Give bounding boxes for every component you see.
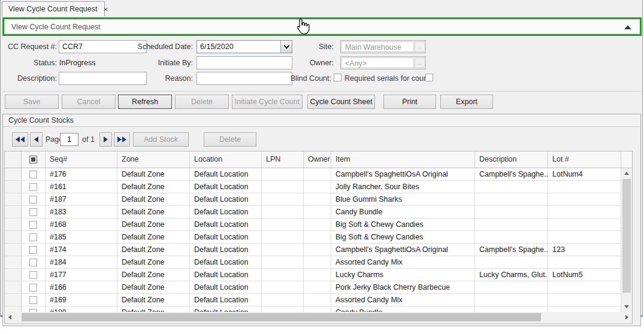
pager-page-input[interactable] <box>60 133 78 146</box>
hand-cursor-icon <box>296 18 310 37</box>
col-header-lot[interactable]: Lot # <box>548 151 621 168</box>
cell-lot <box>548 281 621 294</box>
cell-zone: Default Zone <box>117 269 190 281</box>
row-header-cell <box>5 206 22 218</box>
table-row[interactable]: #184Default ZoneDefault LocationAssorted… <box>5 256 621 269</box>
cell-lot: LotNum5 <box>548 269 621 281</box>
vertical-scrollbar[interactable] <box>621 168 632 312</box>
horizontal-scrollbar-thumb[interactable] <box>22 313 541 321</box>
cell-description: Campbell's Spaghe... <box>475 168 548 181</box>
cell-lpn <box>262 294 304 306</box>
row-checkbox[interactable] <box>29 284 37 292</box>
reason-label: Reason: <box>126 74 193 83</box>
grid-corner-cell <box>5 151 22 168</box>
row-checkbox[interactable] <box>29 171 37 178</box>
cell-lpn <box>262 193 304 206</box>
select-all-checkbox[interactable] <box>29 156 37 163</box>
cell-item: Blue Gummi Sharks <box>331 193 475 206</box>
horizontal-scrollbar[interactable] <box>5 312 632 323</box>
cell-item: Campbell's SpaghettiOsA Original <box>331 168 475 181</box>
cell-description <box>475 306 548 312</box>
scheduled-date-combo[interactable]: 6/15/2020 <box>196 40 292 53</box>
toolbar-cycle-count-sheet-button[interactable]: Cycle Count Sheet <box>307 95 375 109</box>
table-row[interactable]: #161Default ZoneDefault LocationJolly Ra… <box>5 181 621 193</box>
row-checkbox[interactable] <box>29 259 37 266</box>
tab-view-cycle-count-request[interactable]: View Cycle Count Request × <box>2 1 105 16</box>
col-header-location[interactable]: Location <box>190 151 262 168</box>
row-checkbox[interactable] <box>29 183 37 191</box>
cycle-count-stocks-title: Cycle Count Stocks <box>2 114 641 127</box>
scroll-right-icon[interactable] <box>625 315 628 320</box>
pager-next-button[interactable] <box>99 132 112 147</box>
cell-zone: Default Zone <box>117 244 190 256</box>
table-row[interactable]: #183Default ZoneDefault LocationCandy Bu… <box>5 206 621 218</box>
cell-item: Candy Bundle <box>331 306 475 312</box>
table-row[interactable]: #180Default ZoneDefault LocationCandy Bu… <box>5 306 621 312</box>
grid-body: #176Default ZoneDefault LocationCampbell… <box>5 168 621 312</box>
stocks-delete-button: Delete <box>204 132 256 147</box>
pager-last-button[interactable] <box>114 132 130 147</box>
table-row[interactable]: #166Default ZoneDefault LocationPork Jer… <box>5 281 621 294</box>
cell-zone: Default Zone <box>117 168 190 181</box>
col-header-seq[interactable]: Seq# <box>46 151 117 168</box>
cell-location: Default Location <box>190 294 262 306</box>
row-checkbox-cell <box>22 218 46 231</box>
col-header-lpn[interactable]: LPN <box>262 151 304 168</box>
row-header-cell <box>5 181 22 193</box>
table-row[interactable]: #176Default ZoneDefault LocationCampbell… <box>5 168 621 181</box>
cell-seq: #166 <box>46 281 117 294</box>
pager-first-button[interactable] <box>12 132 28 147</box>
cell-zone: Default Zone <box>117 193 190 206</box>
toolbar-refresh-button[interactable]: Refresh <box>118 95 172 109</box>
stocks-add-stock-button: Add Stock <box>133 132 189 147</box>
row-checkbox[interactable] <box>29 233 37 241</box>
site-browse-button[interactable]: ... <box>415 41 425 52</box>
table-row[interactable]: #168Default ZoneDefault LocationBig Soft… <box>5 218 621 231</box>
cell-lpn <box>262 281 304 294</box>
cc-request-label: CC Request #: <box>5 42 57 51</box>
request-panel-header[interactable]: View Cycle Count Request <box>2 17 642 36</box>
cell-lpn <box>262 256 304 269</box>
cell-lot <box>548 294 621 306</box>
cell-owner <box>304 168 331 181</box>
initiate-by-input[interactable] <box>196 56 292 69</box>
row-checkbox-cell <box>22 294 46 306</box>
row-checkbox[interactable] <box>29 296 37 304</box>
collapse-arrow-icon[interactable] <box>624 25 631 29</box>
table-row[interactable]: #177Default ZoneDefault LocationLucky Ch… <box>5 269 621 281</box>
blind-count-checkbox[interactable] <box>334 74 341 81</box>
col-header-owner[interactable]: Owner <box>304 151 331 168</box>
col-header-zone[interactable]: Zone <box>117 151 190 168</box>
table-row[interactable]: #187Default ZoneDefault LocationBlue Gum… <box>5 193 621 206</box>
owner-lookup: <Any> ... <box>340 56 426 69</box>
col-header-item[interactable]: Item <box>331 151 475 168</box>
required-serials-checkbox[interactable] <box>425 74 433 81</box>
cell-zone: Default Zone <box>117 256 190 269</box>
col-header-description[interactable]: Description <box>475 151 548 168</box>
vertical-scrollbar-thumb[interactable] <box>622 179 631 293</box>
toolbar-print-button[interactable]: Print <box>383 95 436 109</box>
table-row[interactable]: #174Default ZoneDefault LocationCampbell… <box>5 244 621 256</box>
cell-lpn <box>262 231 304 244</box>
pager-prev-button[interactable] <box>30 132 43 147</box>
row-checkbox[interactable] <box>29 246 37 254</box>
cell-description: Campbell's Spaghe... <box>475 244 548 256</box>
row-checkbox[interactable] <box>29 221 37 229</box>
owner-browse-button[interactable]: ... <box>415 57 425 68</box>
cell-seq: #169 <box>46 294 117 306</box>
cell-description <box>475 256 548 269</box>
table-row[interactable]: #185Default ZoneDefault LocationBig Soft… <box>5 231 621 244</box>
cell-zone: Default Zone <box>117 231 190 244</box>
row-checkbox[interactable] <box>29 208 37 216</box>
row-checkbox-cell <box>22 281 46 294</box>
table-row[interactable]: #169Default ZoneDefault LocationAssorted… <box>5 294 621 306</box>
tab-close-icon[interactable]: × <box>103 5 108 14</box>
scroll-up-icon[interactable] <box>624 172 629 175</box>
toolbar-delete-button: Delete <box>175 95 229 109</box>
row-checkbox[interactable] <box>29 271 37 279</box>
row-checkbox[interactable] <box>29 196 37 204</box>
toolbar-export-button[interactable]: Export <box>440 95 493 109</box>
scroll-down-icon[interactable] <box>624 305 629 308</box>
cell-item: Pork Jerky Black Cherry Barbecue <box>331 281 475 294</box>
scroll-left-icon[interactable] <box>8 315 11 320</box>
